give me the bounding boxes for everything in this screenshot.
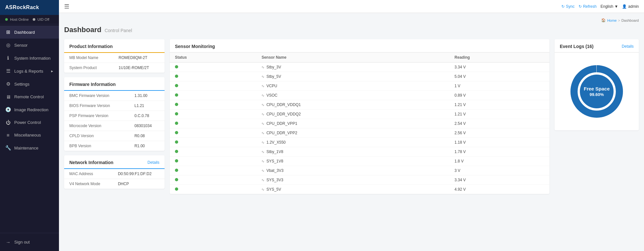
page-title: Dashboard xyxy=(64,26,101,34)
row-label: V4 Network Mode xyxy=(64,179,113,189)
refresh-button[interactable]: ↻ Refresh xyxy=(579,4,597,9)
topbar: ☰ ↻ Sync ↻ Refresh English ▼ 👤 admin xyxy=(59,0,644,13)
status-led xyxy=(175,93,178,97)
row-value: R0.08 xyxy=(129,131,165,141)
breadcrumb-current: Dashboard xyxy=(621,18,639,22)
status-led xyxy=(175,65,178,68)
row-label: CPLD Version xyxy=(64,131,129,141)
status-led xyxy=(175,187,178,191)
sensor-status xyxy=(170,128,256,138)
network-info-card: Network Information Details MAC Address … xyxy=(64,155,165,189)
sensor-name: ∿Vbat_3V3 xyxy=(256,166,449,175)
chevron-down-icon: ▼ xyxy=(614,4,618,9)
table-row: MAC Address D0:50:99:F1:DF:D2 xyxy=(64,169,165,179)
maintenance-icon: 🔧 xyxy=(5,145,11,151)
table-row: MB Model Name ROMED8QM-2T xyxy=(64,53,165,63)
table-row: ∿Stby_3V 3.34 V xyxy=(170,63,549,72)
status-led xyxy=(175,103,178,106)
table-row: ∿SYS_5V 4.92 V xyxy=(170,185,549,194)
language-selector[interactable]: English ▼ xyxy=(601,4,618,9)
sync-button[interactable]: ↻ Sync xyxy=(561,4,575,9)
sidebar-item-label: Settings xyxy=(14,82,29,87)
sensor-name: ∿VSOC xyxy=(256,91,449,100)
breadcrumb: 🏠 Home > Dashboard xyxy=(64,18,639,22)
sidebar-footer: → Sign out xyxy=(0,233,59,251)
table-row: ∿VCPU 1 V xyxy=(170,81,549,91)
table-row: ∿SYS_3V3 3.34 V xyxy=(170,175,549,185)
sidebar-item-label: Maintenance xyxy=(14,146,38,150)
donut-container: Free Space 99.60% xyxy=(555,53,639,130)
row-value: DHCP xyxy=(113,179,165,189)
table-row: ∿CPU_DDR_VDDQ2 1.21 V xyxy=(170,110,549,119)
home-icon: 🏠 xyxy=(601,18,606,22)
sensor-wave-icon: ∿ xyxy=(261,131,264,135)
product-info-table: MB Model Name ROMED8QM-2TSystem Product … xyxy=(64,53,165,73)
sensor-wave-icon: ∿ xyxy=(261,169,264,173)
firmware-info-header: Firmware Information xyxy=(64,77,165,91)
hamburger-icon[interactable]: ☰ xyxy=(64,3,69,10)
host-status: Host Online xyxy=(5,18,29,21)
sensor-name: ∿SYS_1V8 xyxy=(256,157,449,166)
page-title-row: Dashboard Control Panel xyxy=(64,26,639,34)
breadcrumb-home[interactable]: Home xyxy=(607,18,616,22)
dashboard-grid: Product Information MB Model Name ROMED8… xyxy=(64,39,639,194)
host-status-dot xyxy=(5,18,8,21)
sensor-wave-icon: ∿ xyxy=(261,159,264,163)
sensor-status xyxy=(170,157,256,166)
row-value: 0.C.0.78 xyxy=(129,111,165,121)
sensor-reading: 1.8 V xyxy=(449,157,549,166)
network-details-link[interactable]: Details xyxy=(147,160,159,165)
sidebar: ASRockRack Host Online UID Off ⊞ Dashboa… xyxy=(0,0,59,251)
row-label: PSP Firmware Version xyxy=(64,111,129,121)
sidebar-item-label: Power Control xyxy=(14,120,41,125)
sensor-status xyxy=(170,72,256,81)
miscellaneous-icon: ≡ xyxy=(5,132,11,138)
sensor-wave-icon: ∿ xyxy=(261,84,264,88)
sensor-name: ∿SYS_5V xyxy=(256,185,449,194)
sidebar-item-label: Sensor xyxy=(14,43,28,48)
sidebar-item-maintenance[interactable]: 🔧 Maintenance xyxy=(0,141,59,154)
sidebar-item-settings[interactable]: ⚙ Settings xyxy=(0,78,59,90)
sidebar-item-label: Logs & Reports xyxy=(14,69,43,74)
user-menu[interactable]: 👤 admin xyxy=(622,4,639,9)
sidebar-item-sensor[interactable]: ◎ Sensor xyxy=(0,39,59,52)
event-details-link[interactable]: Details xyxy=(622,44,634,49)
sensor-status xyxy=(170,81,256,91)
sensor-status xyxy=(170,91,256,100)
left-column: Product Information MB Model Name ROMED8… xyxy=(64,39,165,189)
sensor-reading: 5.04 V xyxy=(449,72,549,81)
settings-icon: ⚙ xyxy=(5,81,11,87)
donut-label: Free Space 99.60% xyxy=(584,86,610,97)
sensor-wave-icon: ∿ xyxy=(261,150,264,154)
sidebar-item-miscellaneous[interactable]: ≡ Miscellaneous xyxy=(0,129,59,141)
sidebar-item-logs-reports[interactable]: ☰ Logs & Reports ► xyxy=(0,65,59,78)
uid-status: UID Off xyxy=(33,18,50,21)
sensor-name: ∿CPU_DDR_VDDQ1 xyxy=(256,100,449,110)
status-led xyxy=(175,122,178,125)
logs-reports-icon: ☰ xyxy=(5,68,11,74)
sensor-reading: 3 V xyxy=(449,166,549,175)
sidebar-nav: ⊞ Dashboard ◎ Sensor ℹ System Informatio… xyxy=(0,24,59,233)
uid-status-dot xyxy=(33,18,35,21)
sidebar-item-dashboard[interactable]: ⊞ Dashboard xyxy=(0,26,59,39)
status-led xyxy=(175,150,178,153)
image-redirection-icon: 💿 xyxy=(5,107,11,113)
sidebar-item-remote-control[interactable]: 🖥 Remote Control xyxy=(0,90,59,103)
row-label: BIOS Firmware Version xyxy=(64,101,129,111)
row-label: Microcode Version xyxy=(64,121,129,131)
sidebar-item-system-information[interactable]: ℹ System Information xyxy=(0,52,59,65)
app-logo: ASRockRack xyxy=(0,0,59,15)
sensor-wave-icon: ∿ xyxy=(261,122,264,126)
event-logs-card: Event Logs (16) Details Free Space xyxy=(555,39,639,130)
sensor-wave-icon: ∿ xyxy=(261,112,264,116)
row-label: BMC Firmware Version xyxy=(64,91,129,101)
sensor-wave-icon: ∿ xyxy=(261,103,264,107)
sensor-monitoring-card: Sensor Monitoring Status Sensor Name Rea… xyxy=(170,39,549,194)
table-row: ∿CPU_DDR_VDDQ1 1.21 V xyxy=(170,100,549,110)
product-info-header: Product Information xyxy=(64,39,165,53)
status-led xyxy=(175,178,178,181)
sidebar-item-power-control[interactable]: ⏻ Power Control xyxy=(0,116,59,129)
sidebar-item-sign-out[interactable]: → Sign out xyxy=(0,236,59,248)
sidebar-item-image-redirection[interactable]: 💿 Image Redirection xyxy=(0,103,59,116)
sensor-name: ∿Stby_3V xyxy=(256,63,449,72)
